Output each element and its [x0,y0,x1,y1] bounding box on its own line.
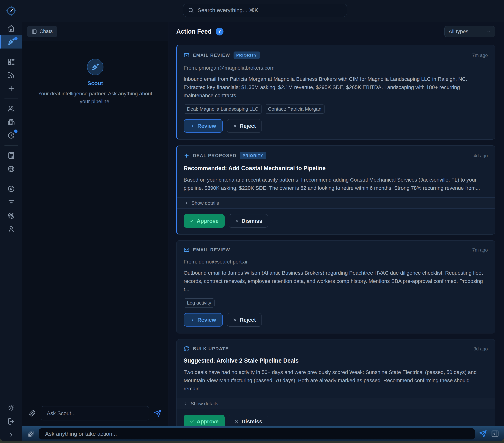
sidebar-item-web[interactable] [0,162,22,175]
card-type-label: EMAIL REVIEW [193,247,230,252]
chevron-right-icon [190,318,195,322]
card-header: EMAIL REVIEW PRIORITY 7m ago [184,52,488,59]
x-icon [234,419,239,424]
dismiss-button[interactable]: Dismiss [229,415,268,426]
sidebar-item-add[interactable] [0,82,22,95]
refresh-icon [184,346,190,352]
assistant-tagline: Your deal intelligence partner. Ask anyt… [36,90,155,105]
contact-tag[interactable]: Contact: Patricia Morgan [265,104,325,114]
dismiss-button[interactable]: Dismiss [229,214,268,228]
rail-divider [4,179,18,179]
panel-collapse-button[interactable] [491,430,499,438]
sidebar-item-companies[interactable] [0,115,22,129]
card-tags: Deal: Magnolia Landscaping LLC Contact: … [184,104,488,114]
card-timestamp: 7m ago [472,53,488,58]
app-logo[interactable] [0,0,22,22]
card-title: Recommended: Add Coastal Mechanical to P… [184,165,488,172]
attach-button[interactable] [29,410,36,417]
review-label: Review [198,317,216,323]
show-details-toggle[interactable]: Show details [177,197,495,209]
layout-list-icon [7,58,15,66]
chat-send-button[interactable] [154,410,162,417]
calculator-icon [7,152,15,159]
type-filter-dropdown[interactable]: All types [444,26,495,37]
compass-icon [7,185,15,193]
panel-right-icon [32,29,37,34]
sidebar-item-targets[interactable] [0,209,22,222]
send-icon [154,410,162,417]
deal-tag[interactable]: Deal: Magnolia Landscaping LLC [184,104,262,114]
sidebar-item-board[interactable] [0,55,22,68]
chat-empty-state: Scout Your deal intelligence partner. As… [22,41,168,400]
card-title: Suggested: Archive 2 Stale Pipeline Deal… [184,357,488,364]
show-details-toggle[interactable]: Show details [177,398,495,409]
reject-button[interactable]: Reject [227,119,262,133]
chat-panel-header: Chats [22,22,168,41]
approve-button[interactable]: Approve [184,415,225,426]
theme-toggle[interactable] [0,401,22,415]
sidebar-item-scout[interactable] [0,35,22,49]
chat-input-row [22,400,168,426]
feed-count-badge: 7 [216,28,223,36]
app-window: Chats Scout Your deal intelligence partn… [0,0,504,441]
x-icon [233,124,237,128]
card-body: Based on your criteria and recent activi… [184,176,488,192]
chevron-down-icon [486,29,491,34]
users-icon [7,105,15,113]
sidebar-item-contacts[interactable] [0,102,22,115]
assistant-name: Scout [88,80,103,86]
chats-button[interactable]: Chats [27,26,57,37]
chevron-right-icon [184,402,188,406]
log-activity-tag[interactable]: Log activity [184,298,215,308]
rail-divider [4,52,18,52]
global-composer-bar [22,426,504,441]
priority-badge: PRIORITY [234,52,260,59]
plus-icon [184,153,190,159]
logout-button[interactable] [0,415,22,428]
review-button[interactable]: Review [184,119,223,133]
review-button[interactable]: Review [184,313,223,327]
card-header: BULK UPDATE 3d ago [184,346,488,352]
card-header: DEAL PROPOSED PRIORITY 4d ago [184,152,488,159]
card-actions: Approve Dismiss [184,415,488,426]
rail-collapse-button[interactable] [0,428,22,441]
sidebar-item-discover[interactable] [0,182,22,195]
reject-button[interactable]: Reject [227,313,262,327]
show-details-label: Show details [191,401,218,407]
feed-card-bulk-update: BULK UPDATE 3d ago Suggested: Archive 2 … [176,339,495,426]
card-body: Inbound email from Patricia Morgan at Ma… [184,75,488,100]
send-icon [479,430,487,438]
page-title: Action Feed [176,28,212,35]
sidebar-item-calculator[interactable] [0,149,22,162]
composer-attach-button[interactable] [28,430,35,437]
sidebar-item-profile[interactable] [0,222,22,236]
chevron-right-icon [190,124,195,128]
sparkles-icon [91,63,99,71]
chevron-right-icon [184,201,188,205]
filter-lines-icon [7,198,15,206]
notification-dot [14,37,18,40]
composer-send-button[interactable] [479,430,487,438]
sidebar-item-feed[interactable] [0,68,22,82]
card-type-label: EMAIL REVIEW [193,53,230,58]
paperclip-icon [29,410,36,417]
rss-icon [7,71,15,79]
sidebar-item-activity[interactable] [0,129,22,142]
plus-icon [7,85,15,93]
approve-button[interactable]: Approve [184,214,225,228]
clock-icon [7,132,15,139]
mail-icon [184,52,190,58]
sidebar-item-home[interactable] [0,22,22,35]
assistant-avatar [87,59,104,75]
card-actions: Review Reject [184,119,488,133]
sidebar-item-filters[interactable] [0,195,22,209]
composer-input[interactable] [39,428,475,440]
feed-card-email-review: EMAIL REVIEW 7m ago From: demo@searchpor… [176,240,495,333]
feed-card-email-review: EMAIL REVIEW PRIORITY 7m ago From: pmorg… [176,45,495,140]
search-input[interactable] [198,7,342,13]
ask-scout-input[interactable] [41,406,149,421]
action-feed-header: Action Feed 7 All types [168,22,504,41]
global-search[interactable] [183,4,347,17]
card-timestamp: 4d ago [474,153,488,158]
rail-divider [4,145,18,146]
